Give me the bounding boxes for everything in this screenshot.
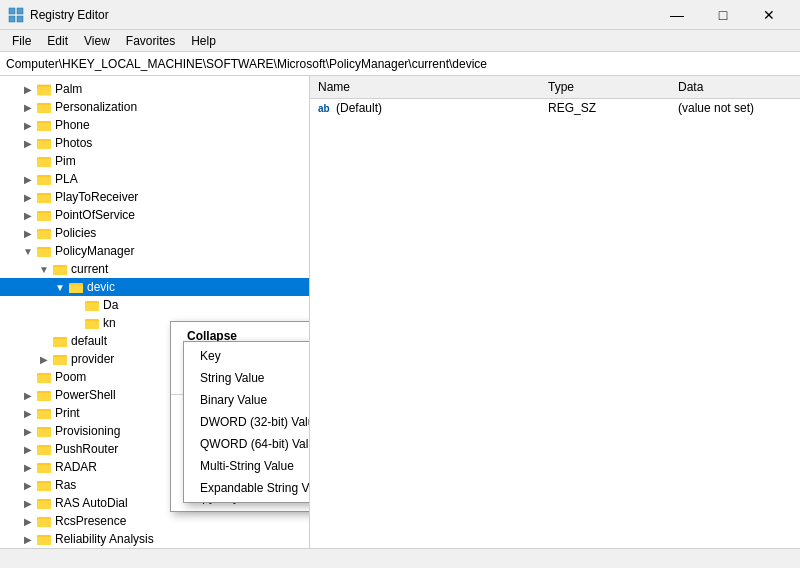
tree-item-photos[interactable]: ▶ Photos bbox=[0, 134, 309, 152]
table-row[interactable]: ab (Default) REG_SZ (value not set) bbox=[310, 98, 800, 117]
tree-label: Palm bbox=[55, 82, 82, 96]
svg-rect-46 bbox=[37, 447, 51, 455]
folder-icon bbox=[36, 207, 52, 223]
submenu-string-value[interactable]: String Value bbox=[184, 367, 310, 389]
submenu-dword-value[interactable]: DWORD (32-bit) Value bbox=[184, 411, 310, 433]
tree-arrow: ▶ bbox=[20, 495, 36, 511]
value-name: ab (Default) bbox=[310, 98, 540, 117]
tree-label: Provisioning bbox=[55, 424, 120, 438]
tree-label: PointOfService bbox=[55, 208, 135, 222]
submenu-multi-string-value[interactable]: Multi-String Value bbox=[184, 455, 310, 477]
tree-label: PlayToReceiver bbox=[55, 190, 138, 204]
submenu: Key String Value Binary Value DWORD (32-… bbox=[183, 341, 310, 503]
tree-item-pointofservice[interactable]: ▶ PointOfService bbox=[0, 206, 309, 224]
tree-label: current bbox=[71, 262, 108, 276]
folder-icon bbox=[36, 441, 52, 457]
tree-label: Ras bbox=[55, 478, 76, 492]
folder-icon bbox=[36, 459, 52, 475]
svg-rect-2 bbox=[9, 16, 15, 22]
svg-rect-34 bbox=[53, 339, 67, 347]
tree-label: devic bbox=[87, 280, 115, 294]
menu-edit[interactable]: Edit bbox=[39, 32, 76, 50]
tree-label: RAS AutoDial bbox=[55, 496, 128, 510]
svg-rect-48 bbox=[37, 465, 51, 473]
folder-icon bbox=[36, 513, 52, 529]
col-type: Type bbox=[540, 76, 670, 98]
tree-arrow: ▼ bbox=[52, 279, 68, 295]
col-name: Name bbox=[310, 76, 540, 98]
tree-label: Phone bbox=[55, 118, 90, 132]
folder-icon bbox=[36, 387, 52, 403]
tree-item-current[interactable]: ▼ current bbox=[0, 260, 309, 278]
title-bar: Registry Editor — □ ✕ bbox=[0, 0, 800, 30]
value-name-text: (Default) bbox=[336, 101, 382, 115]
svg-rect-28 bbox=[69, 285, 83, 293]
menu-help[interactable]: Help bbox=[183, 32, 224, 50]
right-panel: Name Type Data ab (Default) REG_SZ (valu… bbox=[310, 76, 800, 548]
svg-rect-38 bbox=[37, 375, 51, 383]
tree-arrow: ▶ bbox=[20, 117, 36, 133]
tree-label: Da bbox=[103, 298, 118, 312]
tree-label: PushRouter bbox=[55, 442, 118, 456]
tree-item-pla[interactable]: ▶ PLA bbox=[0, 170, 309, 188]
minimize-button[interactable]: — bbox=[654, 0, 700, 30]
tree-item-rcspresence[interactable]: ▶ RcsPresence bbox=[0, 512, 309, 530]
close-button[interactable]: ✕ bbox=[746, 0, 792, 30]
tree-arrow: ▶ bbox=[20, 387, 36, 403]
menu-view[interactable]: View bbox=[76, 32, 118, 50]
submenu-string-label: String Value bbox=[200, 371, 264, 385]
submenu-expandable-string-value[interactable]: Expandable String Value bbox=[184, 477, 310, 499]
submenu-expandable-label: Expandable String Value bbox=[200, 481, 310, 495]
main-content: ▶ Palm ▶ Personalization ▶ Phone bbox=[0, 76, 800, 548]
tree-panel: ▶ Palm ▶ Personalization ▶ Phone bbox=[0, 76, 310, 548]
tree-label: PolicyManager bbox=[55, 244, 134, 258]
folder-icon bbox=[36, 477, 52, 493]
svg-rect-12 bbox=[37, 141, 51, 149]
tree-arrow: ▶ bbox=[20, 423, 36, 439]
tree-item-pim[interactable]: ▶ Pim bbox=[0, 152, 309, 170]
tree-arrow: ▶ bbox=[20, 189, 36, 205]
folder-icon bbox=[36, 135, 52, 151]
tree-item-policies[interactable]: ▶ Policies bbox=[0, 224, 309, 242]
svg-rect-14 bbox=[37, 159, 51, 167]
submenu-multi-label: Multi-String Value bbox=[200, 459, 294, 473]
submenu-qword-value[interactable]: QWORD (64-bit) Value bbox=[184, 433, 310, 455]
svg-rect-26 bbox=[53, 267, 67, 275]
tree-item-phone[interactable]: ▶ Phone bbox=[0, 116, 309, 134]
submenu-key-label: Key bbox=[200, 349, 221, 363]
svg-rect-1 bbox=[17, 8, 23, 14]
tree-item-da[interactable]: ▶ Da bbox=[0, 296, 309, 314]
tree-arrow: ▶ bbox=[36, 351, 52, 367]
tree-item-palm[interactable]: ▶ Palm bbox=[0, 80, 309, 98]
address-path: Computer\HKEY_LOCAL_MACHINE\SOFTWARE\Mic… bbox=[6, 57, 487, 71]
svg-rect-50 bbox=[37, 483, 51, 491]
folder-icon bbox=[36, 405, 52, 421]
value-type: REG_SZ bbox=[540, 98, 670, 117]
tree-arrow: ▼ bbox=[20, 243, 36, 259]
tree-arrow: ▶ bbox=[20, 405, 36, 421]
folder-icon bbox=[36, 243, 52, 259]
col-data: Data bbox=[670, 76, 800, 98]
app-icon bbox=[8, 7, 24, 23]
folder-icon bbox=[36, 423, 52, 439]
tree-item-personalization[interactable]: ▶ Personalization bbox=[0, 98, 309, 116]
submenu-key[interactable]: Key bbox=[184, 345, 310, 367]
folder-icon bbox=[36, 153, 52, 169]
tree-item-reliability[interactable]: ▶ Reliability Analysis bbox=[0, 530, 309, 548]
folder-icon bbox=[36, 369, 52, 385]
tree-arrow: ▶ bbox=[20, 459, 36, 475]
tree-arrow: ▶ bbox=[20, 99, 36, 115]
submenu-binary-value[interactable]: Binary Value bbox=[184, 389, 310, 411]
tree-arrow: ▼ bbox=[36, 261, 52, 277]
tree-arrow: ▶ bbox=[20, 207, 36, 223]
tree-item-playtoreceiver[interactable]: ▶ PlayToReceiver bbox=[0, 188, 309, 206]
menu-favorites[interactable]: Favorites bbox=[118, 32, 183, 50]
tree-label: kn bbox=[103, 316, 116, 330]
tree-item-device[interactable]: ▼ devic bbox=[0, 278, 309, 296]
address-bar[interactable]: Computer\HKEY_LOCAL_MACHINE\SOFTWARE\Mic… bbox=[0, 52, 800, 76]
folder-icon bbox=[36, 495, 52, 511]
maximize-button[interactable]: □ bbox=[700, 0, 746, 30]
menu-file[interactable]: File bbox=[4, 32, 39, 50]
tree-item-policymanager[interactable]: ▼ PolicyManager bbox=[0, 242, 309, 260]
tree-label: RcsPresence bbox=[55, 514, 126, 528]
